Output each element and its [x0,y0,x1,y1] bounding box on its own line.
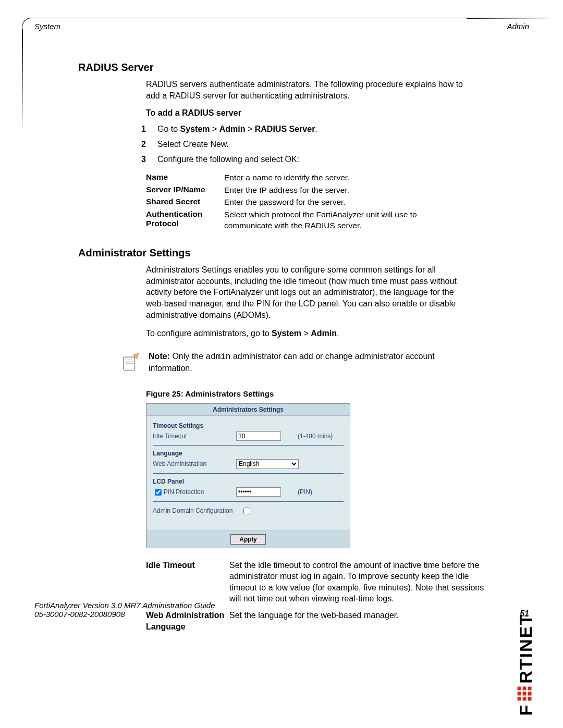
timeout-section-label: Timeout Settings [153,422,344,429]
def-desc: Enter the password for the server. [224,197,464,208]
note-block: Note: Only the admin administrator can a… [119,351,473,375]
brand-post: RTINET [516,613,536,684]
left-rule-fade [22,29,23,133]
post-def-row: Idle Timeout Set the idle timeout to con… [146,560,490,604]
footer: FortiAnalyzer Version 3.0 MR7 Administra… [34,601,529,619]
admin-p2-bold2: Admin [311,329,337,338]
note-code: admin [205,352,230,362]
def-desc: Select which protocol the FortiAnalyzer … [224,209,464,231]
divider [153,473,344,474]
footer-title: FortiAnalyzer Version 3.0 MR7 Administra… [34,601,529,610]
step-3: 3 Configure the following and select OK: [136,153,485,166]
note-pre: Only the [170,352,205,361]
admin-settings-para2: To configure administrators, go to Syste… [146,328,469,339]
admin-p2-bold1: System [272,329,301,338]
def-label: Name [146,172,224,183]
adom-row: Admin Domain Configuration [153,506,344,516]
lcd-section-label: LCD Panel [153,478,344,485]
divider [153,501,344,502]
pin-input[interactable] [236,487,281,497]
admin-p2-pre: To configure administrators, go to [146,329,272,338]
step-number: 1 [136,123,146,136]
note-text: Note: Only the admin administrator can a… [149,351,473,375]
step-text: Go to System > Admin > RADIUS Server. [157,123,485,136]
step-1-path-0: System [180,125,210,133]
step-1-path-1: Admin [219,125,246,133]
radius-intro: RADIUS servers authenticate administrato… [146,79,469,101]
step-1-path-2: RADIUS Server [255,125,315,133]
page-content: RADIUS Server RADIUS servers authenticat… [78,52,485,637]
note-icon [119,351,141,374]
step-number: 3 [136,153,146,166]
header-left: System [34,22,60,31]
radius-subheading: To add a RADIUS server [146,108,469,118]
pin-protection-checkbox[interactable] [155,489,162,496]
header-rule-fade [467,18,550,19]
def-row: Authentication Protocol Select which pro… [146,209,464,231]
admin-p2-post: . [337,329,339,338]
note-prefix: Note: [149,352,170,361]
brand-pre: F [516,704,536,716]
def-row: Name Enter a name to identify the server… [146,172,464,183]
idle-timeout-hint: (1-480 mins) [298,433,333,440]
radius-steps: 1 Go to System > Admin > RADIUS Server. … [136,123,485,166]
idle-timeout-input[interactable] [236,431,281,441]
screenshot-footer: Apply [146,530,350,548]
admin-settings-heading: Administrator Settings [78,247,485,259]
step-1: 1 Go to System > Admin > RADIUS Server. [136,123,485,136]
pin-protection-label: PIN Protection [153,487,236,497]
def-row: Shared Secret Enter the password for the… [146,197,464,208]
screenshot-title: Administrators Settings [146,404,350,416]
admin-settings-para1: Administrators Settings enables you to c… [146,264,469,320]
step-2: 2 Select Create New. [136,138,485,151]
idle-timeout-row: Idle Timeout (1-480 mins) [153,431,344,441]
def-label: Shared Secret [146,197,224,208]
apply-button[interactable]: Apply [230,534,265,545]
screenshot-body: Timeout Settings Idle Timeout (1-480 min… [146,416,350,530]
def-row: Server IP/Name Enter the IP address for … [146,185,464,196]
header-rule [22,18,550,39]
figure-caption: Figure 25: Administrators Settings [146,389,485,398]
fortinet-logo: F RTINET [516,613,536,716]
footer-code: 05-30007-0082-20080908 [34,610,529,619]
idle-timeout-label: Idle Timeout [153,433,236,440]
step-text: Configure the following and select OK: [157,153,485,166]
post-def-desc: Set the idle timeout to control the amou… [229,560,490,604]
web-admin-row: Web Administration English [153,459,344,469]
post-def-label: Idle Timeout [146,560,229,604]
post-defs: Idle Timeout Set the idle timeout to con… [146,560,490,633]
adom-label: Admin Domain Configuration [153,507,241,514]
step-1-pre: Go to [157,125,180,133]
def-label: Authentication Protocol [146,209,224,231]
pin-protection-row: PIN Protection (PIN) [153,487,344,497]
pin-hint: (PIN) [298,488,312,496]
admin-settings-screenshot: Administrators Settings Timeout Settings… [146,403,350,548]
fortinet-grid-icon [518,687,532,701]
def-desc: Enter the IP address for the server. [224,185,464,196]
pin-protection-text: PIN Protection [164,488,204,495]
radius-definitions: Name Enter a name to identify the server… [146,172,464,232]
step-1-post: . [315,125,317,133]
radius-heading: RADIUS Server [78,61,485,73]
step-number: 2 [136,138,146,151]
language-section-label: Language [153,450,344,457]
web-admin-label: Web Administration [153,460,236,467]
divider [153,445,344,446]
adom-checkbox[interactable] [243,508,250,514]
def-desc: Enter a name to identify the server. [224,172,464,183]
step-text: Select Create New. [157,138,485,151]
web-admin-language-select[interactable]: English [236,459,299,469]
page-number: 51 [520,609,529,619]
page: System Admin RADIUS Server RADIUS server… [0,0,563,728]
header-right: Admin [507,22,529,31]
def-label: Server IP/Name [146,185,224,196]
admin-p2-sep: > [301,329,311,338]
